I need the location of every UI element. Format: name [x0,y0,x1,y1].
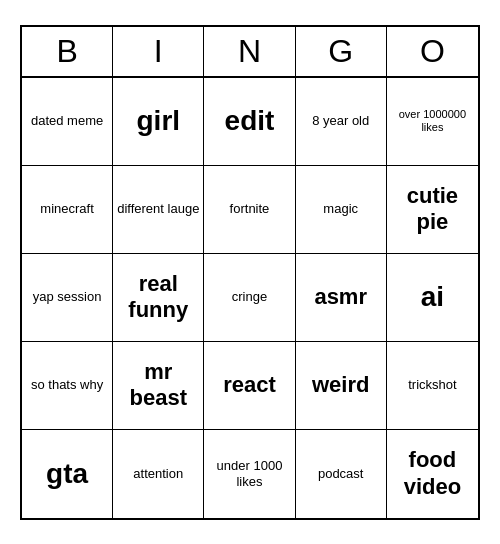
cell-text-3: 8 year old [312,113,369,129]
bingo-cell-20: gta [22,430,113,518]
bingo-cell-18: weird [296,342,387,430]
bingo-grid: dated memegirledit8 year oldover 1000000… [22,78,478,518]
cell-text-14: ai [421,280,444,314]
cell-text-15: so thats why [31,377,103,393]
cell-text-18: weird [312,372,369,398]
cell-text-16: mr beast [117,359,199,412]
bingo-cell-17: react [204,342,295,430]
bingo-cell-13: asmr [296,254,387,342]
cell-text-17: react [223,372,276,398]
bingo-header: BINGO [22,27,478,78]
header-letter-i: I [113,27,204,76]
bingo-cell-19: trickshot [387,342,478,430]
cell-text-24: food video [391,447,474,500]
bingo-cell-0: dated meme [22,78,113,166]
bingo-board: BINGO dated memegirledit8 year oldover 1… [20,25,480,520]
cell-text-6: different lauge [117,201,199,217]
cell-text-21: attention [133,466,183,482]
cell-text-9: cutie pie [391,183,474,236]
bingo-cell-16: mr beast [113,342,204,430]
bingo-cell-21: attention [113,430,204,518]
bingo-cell-5: minecraft [22,166,113,254]
bingo-cell-9: cutie pie [387,166,478,254]
cell-text-5: minecraft [40,201,93,217]
bingo-cell-3: 8 year old [296,78,387,166]
bingo-cell-8: magic [296,166,387,254]
bingo-cell-22: under 1000 likes [204,430,295,518]
cell-text-8: magic [323,201,358,217]
header-letter-n: N [204,27,295,76]
header-letter-g: G [296,27,387,76]
cell-text-23: podcast [318,466,364,482]
bingo-cell-11: real funny [113,254,204,342]
bingo-cell-23: podcast [296,430,387,518]
cell-text-11: real funny [117,271,199,324]
cell-text-22: under 1000 likes [208,458,290,489]
cell-text-0: dated meme [31,113,103,129]
cell-text-13: asmr [314,284,367,310]
bingo-cell-4: over 1000000 likes [387,78,478,166]
bingo-cell-1: girl [113,78,204,166]
cell-text-19: trickshot [408,377,456,393]
bingo-cell-15: so thats why [22,342,113,430]
cell-text-4: over 1000000 likes [391,108,474,134]
cell-text-7: fortnite [230,201,270,217]
bingo-cell-12: cringe [204,254,295,342]
bingo-cell-7: fortnite [204,166,295,254]
header-letter-b: B [22,27,113,76]
cell-text-10: yap session [33,289,102,305]
bingo-cell-6: different lauge [113,166,204,254]
header-letter-o: O [387,27,478,76]
cell-text-12: cringe [232,289,267,305]
bingo-cell-24: food video [387,430,478,518]
bingo-cell-2: edit [204,78,295,166]
bingo-cell-14: ai [387,254,478,342]
cell-text-1: girl [137,104,181,138]
bingo-cell-10: yap session [22,254,113,342]
cell-text-2: edit [225,104,275,138]
cell-text-20: gta [46,457,88,491]
